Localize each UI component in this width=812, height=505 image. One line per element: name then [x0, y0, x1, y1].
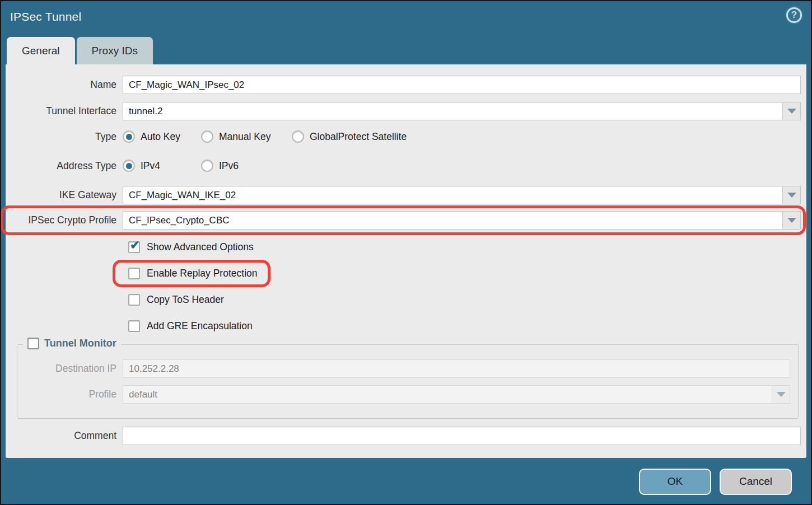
- radio-ipv6[interactable]: IPv6: [201, 160, 243, 172]
- copy-tos-header-label: Copy ToS Header: [147, 294, 224, 306]
- ipsec-crypto-profile-input[interactable]: [123, 211, 801, 230]
- chevron-down-icon: [787, 218, 796, 223]
- tunnel-monitor-label: Tunnel Monitor: [44, 338, 116, 349]
- copy-tos-header-checkbox[interactable]: [128, 294, 140, 306]
- tunnel-monitor-legend: Tunnel Monitor: [23, 338, 121, 349]
- comment-label: Comment: [6, 430, 123, 442]
- ike-gateway-label: IKE Gateway: [6, 189, 123, 201]
- show-advanced-options-label: Show Advanced Options: [147, 241, 254, 253]
- address-type-radio-group: IPv4 IPv6: [123, 160, 243, 172]
- help-icon-glyph: ?: [791, 10, 797, 21]
- destination-ip-label: Destination IP: [17, 363, 123, 375]
- ipsec-tunnel-dialog: IPSec Tunnel ? General Proxy IDs Name Tu…: [0, 0, 812, 505]
- radio-ipv4-label: IPv4: [141, 160, 160, 172]
- monitor-profile-dropdown-button: [772, 386, 790, 403]
- radio-manual-key[interactable]: Manual Key: [201, 130, 292, 143]
- radio-globalprotect-satellite-circle: [292, 130, 304, 143]
- name-label: Name: [6, 79, 123, 91]
- tunnel-interface-input[interactable]: [123, 102, 801, 120]
- radio-auto-key-circle: [123, 130, 135, 143]
- type-label: Type: [6, 131, 123, 143]
- chevron-down-icon: [787, 109, 796, 114]
- enable-replay-protection-row: Enable Replay Protection: [128, 265, 806, 281]
- ike-gateway-input[interactable]: [123, 186, 801, 204]
- add-gre-encapsulation-checkbox[interactable]: [128, 320, 140, 332]
- radio-auto-key-label: Auto Key: [141, 131, 180, 143]
- type-row: Type Auto Key Manual Key GlobalProtect S…: [6, 129, 801, 144]
- radio-ipv6-circle: [201, 160, 213, 172]
- monitor-profile-label: Profile: [17, 389, 123, 400]
- chevron-down-icon: [777, 392, 786, 397]
- ipsec-crypto-profile-row: IPSec Crypto Profile: [6, 211, 801, 230]
- ipsec-crypto-profile-label: IPSec Crypto Profile: [6, 214, 123, 226]
- ike-gateway-row: IKE Gateway: [6, 186, 801, 204]
- radio-auto-key[interactable]: Auto Key: [123, 130, 201, 143]
- radio-ipv4-circle: [123, 160, 135, 172]
- add-gre-encapsulation-row[interactable]: Add GRE Encapsulation: [128, 318, 806, 334]
- monitor-profile-row: Profile: [17, 385, 790, 404]
- general-tab-panel: Name Tunnel Interface Type Auto Key: [6, 64, 806, 458]
- ok-button[interactable]: OK: [639, 469, 711, 495]
- comment-input[interactable]: [123, 427, 801, 445]
- tunnel-interface-dropdown-button[interactable]: [782, 102, 800, 120]
- ike-gateway-dropdown-button[interactable]: [782, 186, 800, 204]
- enable-replay-protection-checkbox[interactable]: [128, 268, 140, 279]
- tunnel-interface-label: Tunnel Interface: [6, 105, 123, 117]
- radio-manual-key-label: Manual Key: [219, 131, 270, 143]
- ipsec-crypto-profile-dropdown-button[interactable]: [782, 212, 800, 229]
- radio-globalprotect-satellite-label: GlobalProtect Satellite: [310, 131, 407, 143]
- address-type-row: Address Type IPv4 IPv6: [6, 158, 801, 173]
- tab-bar: General Proxy IDs: [7, 37, 811, 64]
- name-row: Name: [6, 76, 801, 94]
- tab-general-label: General: [22, 45, 60, 57]
- radio-manual-key-circle: [201, 130, 213, 143]
- comment-row: Comment: [6, 427, 801, 445]
- enable-replay-protection-highlight: Enable Replay Protection: [128, 268, 257, 279]
- radio-globalprotect-satellite[interactable]: GlobalProtect Satellite: [292, 130, 411, 143]
- radio-ipv4[interactable]: IPv4: [123, 160, 201, 172]
- enable-replay-protection-label: Enable Replay Protection: [147, 268, 257, 279]
- dialog-title: IPSec Tunnel: [10, 10, 81, 24]
- tab-proxy-ids[interactable]: Proxy IDs: [77, 37, 153, 64]
- destination-ip-input: [123, 359, 790, 378]
- dialog-footer: OK Cancel: [1, 458, 811, 505]
- type-radio-group: Auto Key Manual Key GlobalProtect Satell…: [123, 130, 411, 143]
- radio-ipv6-label: IPv6: [219, 160, 239, 172]
- monitor-profile-input: [123, 385, 790, 404]
- tab-general[interactable]: General: [7, 37, 75, 64]
- add-gre-encapsulation-label: Add GRE Encapsulation: [147, 320, 253, 332]
- help-icon[interactable]: ?: [786, 7, 802, 23]
- tab-proxy-ids-label: Proxy IDs: [92, 45, 138, 57]
- copy-tos-header-row[interactable]: Copy ToS Header: [128, 292, 806, 307]
- name-input[interactable]: [123, 76, 801, 94]
- show-advanced-options-row[interactable]: Show Advanced Options: [128, 239, 806, 255]
- dialog-titlebar: IPSec Tunnel ?: [1, 1, 811, 37]
- show-advanced-options-checkbox[interactable]: [128, 241, 140, 253]
- chevron-down-icon: [787, 193, 796, 198]
- destination-ip-row: Destination IP: [17, 359, 790, 378]
- tunnel-monitor-checkbox[interactable]: [27, 338, 39, 349]
- address-type-label: Address Type: [6, 160, 123, 172]
- tunnel-interface-row: Tunnel Interface: [6, 102, 801, 120]
- cancel-button[interactable]: Cancel: [720, 469, 792, 495]
- tunnel-monitor-group: Tunnel Monitor Destination IP Profile: [17, 344, 799, 419]
